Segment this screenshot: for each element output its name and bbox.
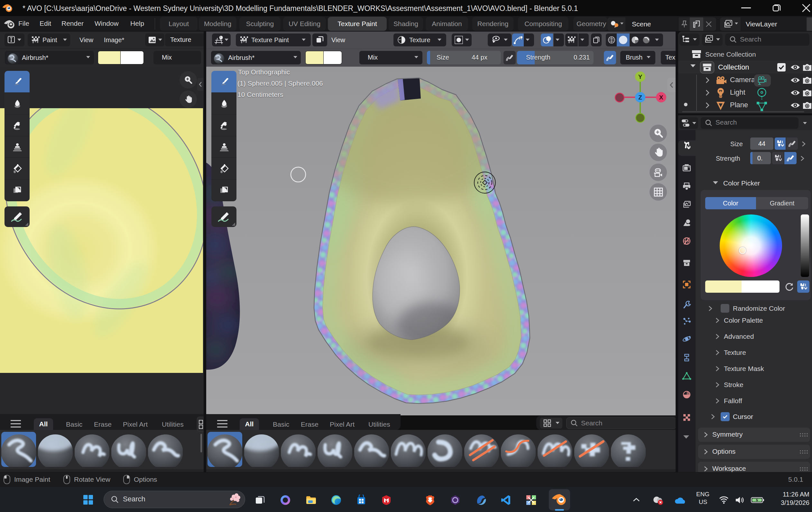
svg-text:Y: Y [638, 74, 642, 80]
svg-text:Z: Z [638, 94, 642, 101]
svg-text:X: X [659, 94, 663, 101]
